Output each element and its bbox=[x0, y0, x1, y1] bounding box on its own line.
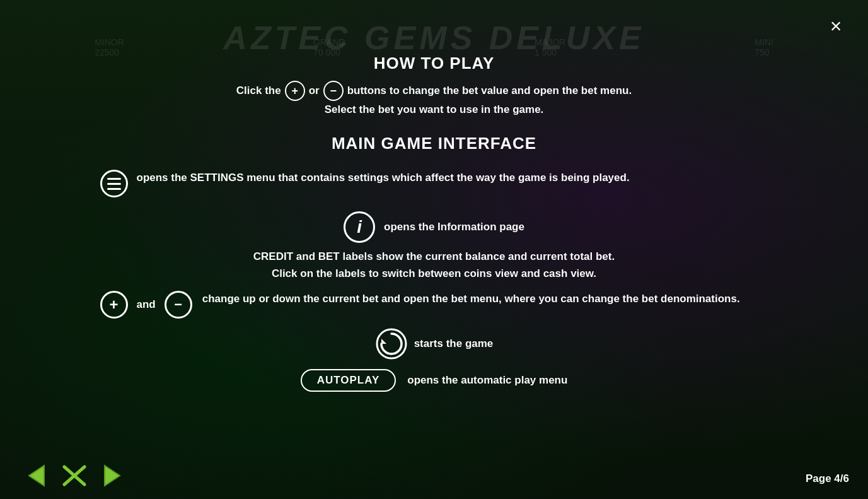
and-text: and bbox=[137, 298, 156, 311]
how-to-play-line2: Select the bet you want to use in the ga… bbox=[325, 103, 544, 116]
settings-row: opens the SETTINGS menu that contains se… bbox=[88, 170, 781, 197]
svg-marker-2 bbox=[29, 466, 44, 486]
autoplay-row: AUTOPLAY opens the automatic play menu bbox=[57, 369, 811, 392]
page-indicator: Page 4/6 bbox=[806, 473, 849, 485]
line1-suffix-text: buttons to change the bet value and open… bbox=[347, 85, 632, 97]
spin-row: starts the game bbox=[57, 327, 811, 360]
plus-minus-row: + and − change up or down the current be… bbox=[88, 291, 781, 319]
hamburger-icon-wrap bbox=[100, 170, 128, 197]
info-icon: i bbox=[344, 211, 375, 243]
plus-icon-large: + bbox=[100, 291, 128, 319]
credit-bet-text: CREDIT and BET labels show the current b… bbox=[253, 248, 615, 282]
credit-bet-line2: Click on the labels to switch between co… bbox=[253, 265, 615, 282]
info-row: i opens the Information page bbox=[344, 211, 524, 243]
svg-marker-5 bbox=[105, 466, 120, 486]
main-game-interface-title: MAIN GAME INTERFACE bbox=[332, 134, 536, 153]
content-panel: HOW TO PLAY Click the + or − buttons to … bbox=[19, 47, 849, 455]
svg-marker-1 bbox=[381, 339, 386, 344]
hamburger-line-2 bbox=[107, 183, 121, 185]
settings-text: opens the SETTINGS menu that contains se… bbox=[137, 170, 630, 186]
info-text: opens the Information page bbox=[384, 221, 524, 233]
plus-icon-inline: + bbox=[285, 81, 305, 101]
how-to-play-line1: Click the + or − buttons to change the b… bbox=[236, 81, 632, 101]
hamburger-line-1 bbox=[107, 178, 121, 180]
minus-icon-inline: − bbox=[323, 81, 344, 101]
autoplay-text: opens the automatic play menu bbox=[407, 374, 567, 387]
how-to-play-title: HOW TO PLAY bbox=[374, 54, 495, 73]
minus-icon-large: − bbox=[165, 291, 192, 319]
credit-bet-line1: CREDIT and BET labels show the current b… bbox=[253, 248, 615, 265]
hamburger-icon bbox=[100, 170, 128, 197]
spin-icon bbox=[375, 327, 408, 360]
pm-suffix-text: change up or down the current bet and op… bbox=[202, 291, 781, 307]
bottom-navigation bbox=[19, 461, 130, 490]
nav-close-button[interactable] bbox=[54, 461, 95, 490]
or-text: or bbox=[309, 85, 320, 97]
spin-text: starts the game bbox=[414, 338, 494, 350]
prev-button[interactable] bbox=[19, 461, 54, 490]
click-the-text: Click the bbox=[236, 85, 281, 97]
close-button[interactable]: × bbox=[821, 11, 850, 40]
autoplay-button[interactable]: AUTOPLAY bbox=[301, 369, 396, 392]
hamburger-line-3 bbox=[107, 188, 121, 190]
next-button[interactable] bbox=[95, 461, 130, 490]
